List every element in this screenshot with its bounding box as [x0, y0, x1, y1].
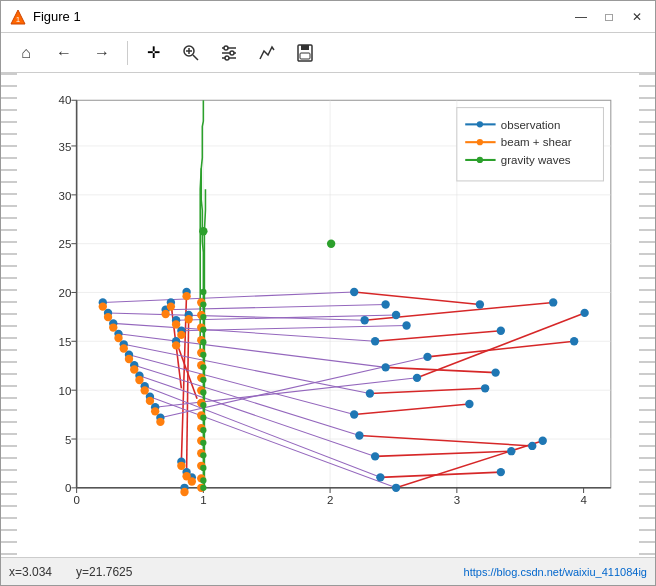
url-link[interactable]: https://blog.csdn.net/waixiu_411084ig: [464, 566, 647, 578]
svg-point-126: [491, 368, 499, 376]
x-coordinate: x=3.034: [9, 565, 52, 579]
svg-point-200: [477, 139, 483, 145]
save-icon: [295, 43, 315, 63]
svg-point-183: [200, 339, 206, 345]
configure-button[interactable]: [212, 37, 246, 69]
maximize-button[interactable]: □: [599, 7, 619, 27]
title-bar: 1 Figure 1 ― □ ✕: [1, 1, 655, 33]
svg-point-122: [423, 353, 431, 361]
svg-point-116: [350, 410, 358, 418]
svg-point-135: [381, 300, 389, 308]
svg-point-156: [184, 315, 192, 323]
legend-observation: observation: [501, 119, 561, 131]
back-button[interactable]: ←: [47, 37, 81, 69]
svg-point-118: [371, 452, 379, 460]
svg-point-182: [200, 327, 206, 333]
svg-text:1: 1: [200, 494, 206, 506]
svg-point-179: [200, 289, 206, 295]
svg-point-121: [413, 374, 421, 382]
svg-point-125: [497, 327, 505, 335]
svg-point-111: [350, 288, 358, 296]
legend-gravity: gravity waves: [501, 154, 571, 166]
svg-text:40: 40: [59, 94, 72, 106]
svg-text:0: 0: [73, 494, 79, 506]
svg-text:20: 20: [59, 287, 72, 299]
svg-point-137: [402, 321, 410, 329]
svg-point-143: [125, 355, 133, 363]
svg-point-190: [200, 427, 206, 433]
title-bar-controls: ― □ ✕: [571, 7, 647, 27]
svg-point-114: [381, 363, 389, 371]
subplots-icon: [257, 43, 277, 63]
status-bar: x=3.034 y=21.7625 https://blog.csdn.net/…: [1, 557, 655, 585]
app-icon: 1: [9, 8, 27, 26]
svg-point-123: [476, 300, 484, 308]
svg-point-181: [200, 314, 206, 320]
svg-point-191: [200, 440, 206, 446]
svg-point-198: [477, 121, 483, 127]
svg-point-124: [549, 298, 557, 306]
pan-button[interactable]: ✛: [136, 37, 170, 69]
forward-button[interactable]: →: [85, 37, 119, 69]
svg-point-159: [188, 477, 196, 485]
plot-area: 0 5 10 15 20 25 30 35 40: [1, 73, 655, 557]
svg-point-11: [230, 51, 234, 55]
svg-point-188: [200, 402, 206, 408]
svg-point-119: [376, 473, 384, 481]
svg-point-149: [156, 418, 164, 426]
svg-point-128: [465, 400, 473, 408]
svg-point-117: [355, 431, 363, 439]
svg-point-142: [120, 344, 128, 352]
svg-point-113: [371, 337, 379, 345]
svg-point-146: [141, 386, 149, 394]
configure-icon: [219, 43, 239, 63]
svg-point-150: [161, 310, 169, 318]
home-button[interactable]: ⌂: [9, 37, 43, 69]
svg-point-145: [135, 376, 143, 384]
svg-point-192: [200, 452, 206, 458]
svg-point-152: [177, 331, 185, 339]
svg-point-133: [580, 309, 588, 317]
legend-beam: beam + shear: [501, 136, 572, 148]
svg-point-155: [182, 292, 190, 300]
svg-point-140: [109, 323, 117, 331]
title-bar-left: 1 Figure 1: [9, 8, 81, 26]
svg-point-153: [167, 302, 175, 310]
svg-point-115: [366, 389, 374, 397]
subplots-button[interactable]: [250, 37, 284, 69]
minimize-button[interactable]: ―: [571, 7, 591, 27]
svg-rect-15: [300, 53, 310, 59]
svg-text:10: 10: [59, 385, 72, 397]
zoom-button[interactable]: [174, 37, 208, 69]
svg-line-4: [193, 55, 198, 60]
svg-point-127: [481, 384, 489, 392]
svg-rect-14: [301, 45, 309, 50]
svg-point-186: [200, 377, 206, 383]
svg-point-148: [151, 407, 159, 415]
svg-point-154: [172, 341, 180, 349]
svg-point-112: [360, 316, 368, 324]
svg-point-177: [199, 227, 207, 235]
right-ticks: [639, 73, 655, 557]
zoom-icon: [181, 43, 201, 63]
close-button[interactable]: ✕: [627, 7, 647, 27]
svg-point-193: [200, 465, 206, 471]
svg-point-131: [497, 468, 505, 476]
svg-point-194: [200, 477, 206, 483]
svg-point-136: [392, 311, 400, 319]
save-button[interactable]: [288, 37, 322, 69]
svg-text:✛: ✛: [147, 44, 160, 61]
svg-text:4: 4: [580, 494, 587, 506]
svg-point-144: [130, 365, 138, 373]
svg-point-129: [528, 442, 536, 450]
svg-point-130: [507, 447, 515, 455]
svg-point-157: [177, 462, 185, 470]
toolbar: ⌂ ← → ✛: [1, 33, 655, 73]
svg-point-134: [570, 337, 578, 345]
svg-point-10: [224, 46, 228, 50]
svg-text:35: 35: [59, 141, 72, 153]
window-title: Figure 1: [33, 9, 81, 24]
figure-window: 1 Figure 1 ― □ ✕ ⌂ ← → ✛: [0, 0, 656, 586]
svg-point-141: [114, 334, 122, 342]
svg-point-138: [99, 302, 107, 310]
